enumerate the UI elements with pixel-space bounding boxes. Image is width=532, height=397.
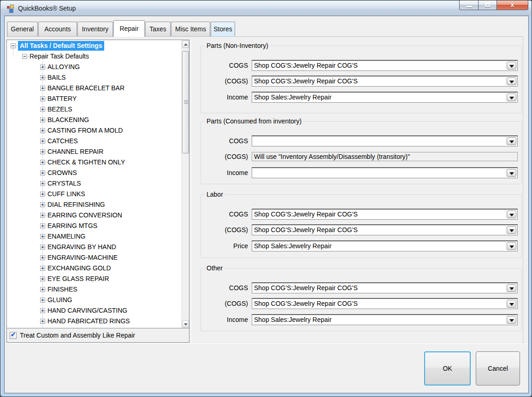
other-cogs-combobox[interactable]: Shop COG'S:Jewelry Repair COG'S	[252, 298, 518, 309]
expand-icon[interactable]: +	[40, 234, 45, 239]
scroll-up-button[interactable]	[182, 41, 189, 48]
expand-icon[interactable]: +	[40, 308, 45, 313]
tree-item-engraving-machine[interactable]: +ENGRAVING-MACHINE	[7, 252, 189, 263]
dropdown-button[interactable]	[507, 316, 516, 324]
labor-cogs-combobox[interactable]: Shop COG'S:Jewelry Repair COG'S	[252, 209, 518, 220]
expand-icon[interactable]: +	[40, 149, 45, 154]
combobox-value: Shop COG'S:Jewelry Repair COG'S	[254, 225, 505, 235]
tab-general[interactable]: General	[7, 22, 38, 37]
expand-icon[interactable]: +	[40, 139, 45, 144]
dropdown-button[interactable]	[507, 93, 516, 101]
parts-non-inventory-row-cogs: COGSShop COG'S:Jewelry Repair COG'S	[201, 60, 521, 71]
group-parts-consumed-from-inventory: Parts (Consumed from inventory)COGS(COGS…	[201, 121, 522, 184]
expand-icon[interactable]: +	[40, 298, 45, 303]
expand-icon[interactable]: +	[40, 86, 45, 91]
tree-item-hand-carving-casting[interactable]: +HAND CARVING/CASTING	[7, 305, 189, 316]
tree-item-hand-fabricated-rings[interactable]: +HAND FABRICATED RINGS	[7, 316, 189, 327]
collapse-icon[interactable]: −	[11, 43, 16, 48]
group-title: Other	[205, 264, 225, 272]
ok-button[interactable]: OK	[424, 351, 471, 385]
labor-row-cogs: COGSShop COG'S:Jewelry Repair COG'S	[201, 209, 521, 220]
parts-non-inventory-income-combobox[interactable]: Shop Sales:Jewelry Repair	[252, 92, 518, 103]
tree-item-gluing[interactable]: +GLUING	[7, 295, 189, 305]
cancel-button[interactable]: Cancel	[476, 351, 520, 385]
expand-icon[interactable]: +	[40, 96, 45, 101]
tab-inventory[interactable]: Inventory	[77, 22, 113, 37]
task-tree[interactable]: −All Tasks / Default Settings−Repair Tas…	[7, 40, 189, 328]
other-income-combobox[interactable]: Shop Sales:Jewelry Repair	[252, 314, 518, 325]
expand-icon[interactable]: +	[40, 245, 45, 250]
tree-item-earring-conversion[interactable]: +EARRING CONVERSION	[7, 210, 189, 221]
tree-scrollbar[interactable]	[181, 40, 189, 328]
expand-icon[interactable]: +	[40, 276, 45, 281]
expand-icon[interactable]: +	[40, 192, 45, 197]
dropdown-button[interactable]	[507, 300, 516, 308]
expand-icon[interactable]: +	[40, 213, 45, 218]
expand-icon[interactable]: +	[40, 75, 45, 80]
expand-icon[interactable]: +	[40, 64, 45, 70]
dropdown-button[interactable]	[507, 210, 516, 218]
scrollbar-thumb[interactable]	[182, 51, 189, 153]
tree-item-bezels[interactable]: +BEZELS	[7, 104, 189, 115]
tree-item-crowns[interactable]: +CROWNS	[7, 168, 189, 178]
dropdown-button[interactable]	[507, 226, 516, 234]
tree-item-battery[interactable]: +BATTERY	[7, 93, 189, 104]
tree-item-check-tighten-only[interactable]: +CHECK & TIGHTEN ONLY	[7, 157, 189, 168]
expand-icon[interactable]: +	[40, 223, 45, 228]
labor-cogs-combobox[interactable]: Shop COG'S:Jewelry Repair COG'S	[252, 224, 518, 235]
tab-accounts[interactable]: Accounts	[38, 22, 77, 37]
dropdown-button[interactable]	[507, 137, 516, 145]
tree-item-earring-mtgs[interactable]: +EARRING MTGS	[7, 221, 189, 231]
tree-item-blackening[interactable]: +BLACKENING	[7, 115, 189, 125]
tree-item-alloying[interactable]: +ALLOYING	[7, 62, 189, 72]
collapse-icon[interactable]: −	[22, 54, 27, 59]
dropdown-button[interactable]	[507, 284, 516, 292]
tree-item-label: CHANNEL REPAIR	[47, 146, 103, 157]
tree-item-bails[interactable]: +BAILS	[7, 72, 189, 83]
expand-icon[interactable]: +	[40, 319, 45, 324]
dropdown-button[interactable]	[507, 169, 516, 177]
dropdown-button[interactable]	[507, 242, 516, 250]
tree-item-all-tasks-default-settings[interactable]: −All Tasks / Default Settings	[7, 41, 189, 51]
expand-icon[interactable]: +	[40, 266, 45, 271]
combobox-value: Shop Sales:Jewelry Repair	[254, 241, 505, 251]
tree-item-repair-task-defaults[interactable]: −Repair Task Defaults	[7, 51, 189, 62]
dropdown-button[interactable]	[507, 62, 516, 70]
expand-icon[interactable]: +	[40, 117, 45, 123]
expand-icon[interactable]: +	[40, 128, 45, 133]
expand-icon[interactable]: +	[40, 170, 45, 175]
tree-item-enameling[interactable]: +ENAMELING	[7, 231, 189, 242]
parts-consumed-from-inventory-cogs-combobox[interactable]	[252, 135, 518, 146]
expand-icon[interactable]: +	[40, 202, 45, 207]
tree-item-channel-repair[interactable]: +CHANNEL REPAIR	[7, 146, 189, 157]
expand-icon[interactable]: +	[40, 255, 45, 260]
parts-non-inventory-cogs-combobox[interactable]: Shop COG'S:Jewelry Repair COG'S	[252, 76, 518, 87]
expand-icon[interactable]: +	[40, 160, 45, 165]
other-row-income: IncomeShop Sales:Jewelry Repair	[201, 314, 521, 325]
tree-item-dial-refinishing[interactable]: +DIAL REFINISHING	[7, 199, 189, 210]
scroll-down-button[interactable]	[182, 320, 189, 327]
labor-price-combobox[interactable]: Shop Sales:Jewelry Repair	[252, 240, 518, 251]
treat-custom-checkbox[interactable]: ✔	[10, 332, 17, 339]
tree-item-label: GLUING	[47, 295, 72, 305]
tree-item-crystals[interactable]: +CRYSTALS	[7, 178, 189, 189]
expand-icon[interactable]: +	[40, 107, 45, 112]
tab-misc-items[interactable]: Misc Items	[171, 22, 210, 37]
other-cogs-combobox[interactable]: Shop COG'S:Jewelry Repair COG'S	[252, 282, 518, 293]
tree-item-casting-from-a-mold[interactable]: +CASTING FROM A MOLD	[7, 125, 189, 136]
tab-repair[interactable]: Repair	[113, 20, 145, 37]
expand-icon[interactable]: +	[40, 181, 45, 186]
expand-icon[interactable]: +	[40, 287, 45, 292]
tab-taxes[interactable]: Taxes	[145, 22, 171, 37]
tree-item-cuff-links[interactable]: +CUFF LINKS	[7, 189, 189, 199]
dropdown-button[interactable]	[507, 77, 516, 85]
parts-consumed-from-inventory-income-combobox[interactable]	[252, 167, 518, 178]
parts-non-inventory-cogs-combobox[interactable]: Shop COG'S:Jewelry Repair COG'S	[252, 60, 518, 71]
tree-item-exchanging-gold[interactable]: +EXCHANGING GOLD	[7, 263, 189, 274]
tree-item-catches[interactable]: +CATCHES	[7, 136, 189, 146]
tree-item-eye-glass-repair[interactable]: +EYE GLASS REPAIR	[7, 274, 189, 284]
tree-item-finishes[interactable]: +FINISHES	[7, 284, 189, 295]
tree-item-bangle-bracelet-bar[interactable]: +BANGLE BRACELET BAR	[7, 83, 189, 93]
tab-stores[interactable]: Stores	[211, 22, 235, 37]
tree-item-engraving-by-hand[interactable]: +ENGRAVING BY HAND	[7, 242, 189, 252]
